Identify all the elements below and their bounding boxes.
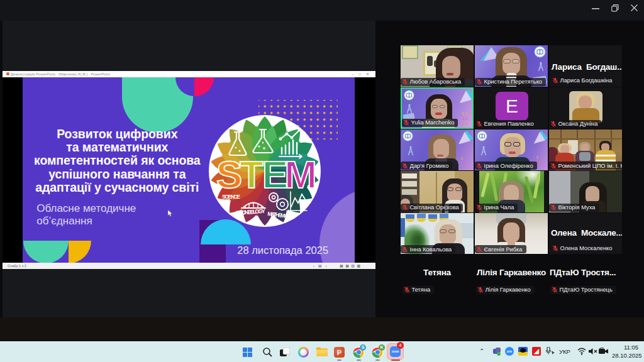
svg-text:T: T	[240, 153, 264, 196]
svg-text:M: M	[284, 153, 317, 196]
svg-text:SCIENCE: SCIENCE	[222, 194, 240, 200]
svg-text:S: S	[216, 153, 242, 196]
